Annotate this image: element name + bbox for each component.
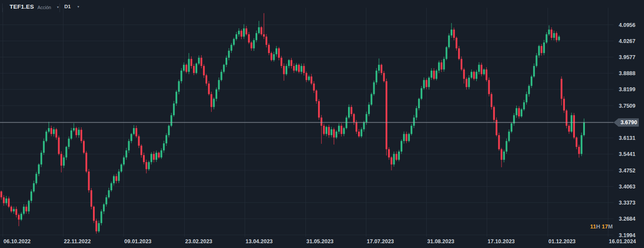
time-axis-label: 23.02.2023 xyxy=(185,238,212,245)
time-axis[interactable]: 06.10.202222.11.202209.01.202323.02.2023… xyxy=(3,238,636,245)
current-price-value: 3.6790 xyxy=(621,119,637,126)
price-axis-label: 3.6131 xyxy=(619,135,635,141)
time-axis-label: 31.05.2023 xyxy=(306,238,334,245)
price-axis-label: 3.8199 xyxy=(619,86,635,93)
time-axis-label: 09.01.2023 xyxy=(124,238,152,245)
time-axis-label: 17.10.2023 xyxy=(488,238,515,245)
symbol-label: TEF1.ES xyxy=(10,3,34,10)
price-axis[interactable]: 4.09564.02673.95773.88883.81993.75093.61… xyxy=(619,22,635,238)
symbol-selector[interactable]: TEF1.ES Acción ▼ xyxy=(10,3,60,10)
timeframe-label: D1 xyxy=(64,4,71,9)
instrument-type-label: Acción xyxy=(37,5,51,10)
countdown-hours: 11 xyxy=(590,223,596,230)
time-axis-label: 13.04.2023 xyxy=(246,238,273,245)
chevron-down-icon: ▼ xyxy=(56,6,60,9)
candle-close-countdown: 11H 17M xyxy=(590,223,613,230)
price-axis-label: 3.3373 xyxy=(619,200,635,206)
price-axis-label: 4.0267 xyxy=(619,38,635,44)
price-axis-label: 3.4752 xyxy=(619,168,635,174)
price-axis-label: 3.2684 xyxy=(619,216,635,222)
price-axis-label: 3.1994 xyxy=(619,232,635,238)
timeframe-selector[interactable]: D1 ▼ xyxy=(64,4,80,9)
time-axis-label: 17.07.2023 xyxy=(367,238,394,245)
countdown-minutes-unit: M xyxy=(608,223,613,230)
price-axis-label: 3.8888 xyxy=(619,70,635,76)
price-axis-label: 4.0956 xyxy=(619,22,635,28)
price-axis-label: 3.4063 xyxy=(619,184,635,190)
current-price-label: 3.6790 xyxy=(614,118,639,126)
countdown-minutes: 17 xyxy=(602,223,608,230)
time-axis-label: 22.11.2022 xyxy=(64,238,91,245)
header-divider xyxy=(60,3,60,12)
time-axis-label: 01.12.2023 xyxy=(548,238,576,245)
price-axis-label: 3.5441 xyxy=(619,151,635,157)
countdown-hours-unit: H xyxy=(596,223,600,230)
time-axis-label: 06.10.2022 xyxy=(3,238,31,245)
price-axis-label: 3.9577 xyxy=(619,54,635,60)
candlestick-series xyxy=(0,13,585,234)
price-axis-label: 3.7509 xyxy=(619,103,635,109)
chevron-down-icon: ▼ xyxy=(77,5,80,8)
header-divider-left xyxy=(2,3,3,12)
price-chart[interactable]: 4.09564.02673.95773.88883.81993.75093.61… xyxy=(0,0,644,248)
time-axis-label: 16.01.2024 xyxy=(609,238,636,245)
trading-chart-window: 4.09564.02673.95773.88883.81993.75093.61… xyxy=(0,0,644,248)
time-axis-label: 31.08.2023 xyxy=(427,238,455,245)
